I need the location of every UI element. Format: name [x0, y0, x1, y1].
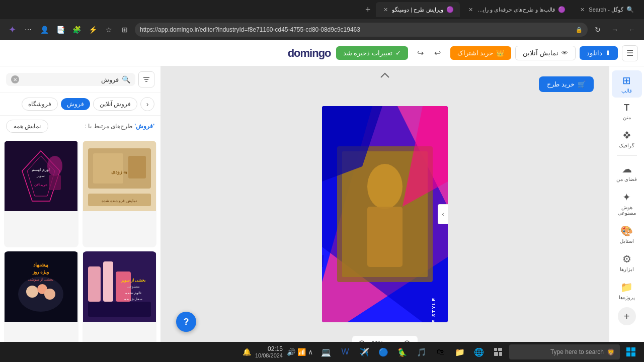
- main-content: ⊞ قالب T متن ❖ گرافیک ☁ فضای من ✦ هوش مص…: [0, 66, 644, 362]
- tag-row: ‹ فروش آنلاین فروش فروشگاه: [0, 93, 160, 116]
- save-button[interactable]: ✓ تغییرات ذخیره شد: [336, 46, 408, 60]
- forward-button[interactable]: →: [608, 23, 622, 37]
- tab3-title: ویرایش طرح | دومینگو: [392, 7, 443, 13]
- buy-button[interactable]: 🛒 خرید طرح: [539, 76, 594, 92]
- more-menu-icon[interactable]: ⋯: [21, 23, 35, 37]
- browser-nav: ← → ↻ 🔒 https://app.domingo.ir/editor?in…: [0, 19, 644, 40]
- buy-label: خرید طرح: [547, 80, 575, 88]
- svg-rect-61: [499, 352, 502, 356]
- tab3-close-icon[interactable]: ✕: [382, 6, 389, 13]
- sidebar-item-projects[interactable]: 📁 پروژه‌ها: [612, 277, 642, 304]
- tags-nav-back[interactable]: ‹: [140, 97, 154, 111]
- taskbar-volume-icon[interactable]: 🔊: [287, 348, 295, 356]
- collections-icon[interactable]: 📑: [53, 23, 67, 37]
- sidebar-item-tools[interactable]: ⚙ ابزارها: [612, 249, 642, 276]
- subscribe-button[interactable]: 👑 خرید اشتراک: [450, 46, 512, 60]
- profile-icon[interactable]: 👤: [37, 23, 51, 37]
- view-label: نمایش آنلاین: [523, 49, 558, 57]
- expand-panel-button[interactable]: [380, 71, 390, 80]
- svg-point-35: [47, 156, 62, 176]
- taskbar-explorer[interactable]: 📁: [451, 343, 469, 361]
- myspace-icon: ☁: [622, 163, 632, 175]
- template-icon: ⊞: [622, 74, 631, 86]
- svg-point-5: [367, 164, 403, 209]
- sidebar-item-graphic[interactable]: ❖ گرافیک: [612, 125, 642, 152]
- taskbar-items: 🌐 📁 🛍 🎵 🦜 🔵 ✈️ W 💻: [317, 343, 507, 361]
- taskbar-unknown[interactable]: 💻: [317, 343, 335, 361]
- browser-extensions-icon[interactable]: 🧩: [69, 23, 84, 37]
- browser-tab-3[interactable]: 🟣 ویرایش طرح | دومینگو ✕: [376, 2, 460, 17]
- svg-point-50: [44, 289, 55, 300]
- template-card-1[interactable]: به زودی نمایش فروشنده شده 🛒: [83, 141, 157, 247]
- tag-store[interactable]: فروشگاه: [22, 98, 58, 111]
- canvas-content[interactable]: S ALE FASON LIFE STYLE: [322, 106, 448, 322]
- taskbar-search[interactable]: 🦁 Type here to search: [509, 344, 620, 359]
- taskbar-system-icons: ∧ 📶 🔊: [287, 348, 313, 356]
- undo-button[interactable]: ↩: [430, 46, 445, 61]
- svg-text:بخشی از سوپر: بخشی از سوپر: [121, 278, 145, 283]
- svg-rect-6: [367, 207, 403, 267]
- taskbar-clock[interactable]: 02:15 10/08/2024: [255, 345, 283, 358]
- add-button[interactable]: +: [618, 307, 636, 325]
- taskbar-notification-icon[interactable]: 🔔: [243, 348, 251, 356]
- tag-sale[interactable]: فروش: [61, 98, 90, 110]
- refresh-button[interactable]: ↻: [591, 23, 605, 37]
- svg-text:سفارش بده: سفارش بده: [124, 297, 142, 301]
- canvas-image: S ALE FASON LIFE STYLE: [322, 106, 448, 322]
- copilot-sidebar-icon[interactable]: ✦: [5, 23, 19, 37]
- tab2-title: قالب‌ها و طرح‌های حرفه‌ای و رایگان: [477, 7, 555, 13]
- panel-toggle-button[interactable]: ›: [438, 204, 448, 224]
- help-button[interactable]: ?: [176, 312, 196, 332]
- tab2-close-icon[interactable]: ✕: [467, 6, 474, 13]
- new-tab-button[interactable]: +: [361, 3, 375, 17]
- store-icon: 🛍: [437, 347, 445, 356]
- top-bar-actions: ☰ ⬇ دانلود 👁 نمایش آنلاین 👑 خرید اشتراک: [450, 45, 638, 61]
- taskbar-network-icon[interactable]: 📶: [297, 348, 306, 356]
- sidebar-item-template[interactable]: ⊞ قالب: [612, 70, 642, 98]
- taskbar-up-arrow-icon[interactable]: ∧: [308, 348, 313, 356]
- favorites-icon[interactable]: ☆: [102, 23, 116, 37]
- app-launcher-icon[interactable]: ⊞: [118, 23, 132, 37]
- start-button[interactable]: [622, 343, 640, 361]
- sidebar-item-style[interactable]: 🎨 استایل: [612, 221, 642, 248]
- taskbar-chrome[interactable]: 🔵: [374, 343, 392, 361]
- taskbar-word[interactable]: W: [336, 343, 354, 361]
- show-all-button[interactable]: نمایش همه: [6, 120, 48, 133]
- svg-text:تالوم نشده: تالوم نشده: [125, 291, 141, 295]
- view-online-button[interactable]: 👁 نمایش آنلاین: [515, 46, 576, 60]
- add-to-cart-button-1[interactable]: 🛒: [112, 193, 126, 207]
- template-card-4-image: پیشنهاد ویژه روز بخشی از سوشی: [4, 251, 78, 322]
- windows-icon: [626, 347, 635, 356]
- browser-tab-2[interactable]: 🟣 قالب‌ها و طرح‌های حرفه‌ای و رایگان ✕: [461, 2, 572, 17]
- taskbar-task-view[interactable]: [489, 343, 507, 361]
- logo: domingo: [288, 47, 331, 60]
- app-container: ☰ ⬇ دانلود 👁 نمایش آنلاین 👑 خرید اشتراک …: [0, 40, 644, 362]
- taskbar-edge[interactable]: 🌐: [470, 343, 488, 361]
- template-card-1-image: به زودی نمایش فروشنده شده 🛒: [83, 141, 157, 211]
- search-clear-button[interactable]: ✕: [11, 75, 19, 83]
- chevron-up-icon: [380, 72, 390, 78]
- tab1-close-icon[interactable]: ✕: [579, 6, 586, 13]
- address-bar[interactable]: 🔒 https://app.domingo.ir/editor?industry…: [135, 23, 588, 37]
- taskbar-spotify[interactable]: 🎵: [413, 343, 431, 361]
- back-button[interactable]: ←: [625, 23, 639, 37]
- search-input[interactable]: [22, 76, 119, 83]
- taskbar-parrot[interactable]: 🦜: [393, 343, 412, 361]
- template-card-2[interactable]: لورم ایپسم سوپر خرید الان: [4, 141, 78, 247]
- browser-tab-1[interactable]: 🔍 Search - گوگل ✕: [573, 2, 640, 17]
- svg-text:ALE: ALE: [322, 209, 327, 281]
- sidebar-item-ai[interactable]: ✦ هوش مصنوعی: [612, 187, 642, 220]
- sidebar-item-myspace[interactable]: ☁ فضای من: [612, 159, 642, 186]
- taskbar-telegram[interactable]: ✈️: [355, 343, 373, 361]
- right-panel: 🔍 ✕ ‹ فروش آنلاین فروش فروشگاه: [0, 66, 161, 362]
- tag-online-sale[interactable]: فروش آنلاین: [93, 98, 137, 111]
- svg-rect-56: [626, 352, 630, 356]
- menu-button[interactable]: ☰: [622, 45, 638, 61]
- filter-button[interactable]: [138, 71, 154, 87]
- taskbar-store[interactable]: 🛍: [432, 343, 450, 361]
- redo-button[interactable]: ↪: [413, 46, 428, 61]
- download-button[interactable]: ⬇ دانلود: [580, 46, 618, 60]
- sidebar-item-text[interactable]: T متن: [612, 99, 642, 124]
- show-all-label: نمایش همه: [14, 123, 41, 130]
- copilot-icon[interactable]: ⚡: [86, 23, 100, 37]
